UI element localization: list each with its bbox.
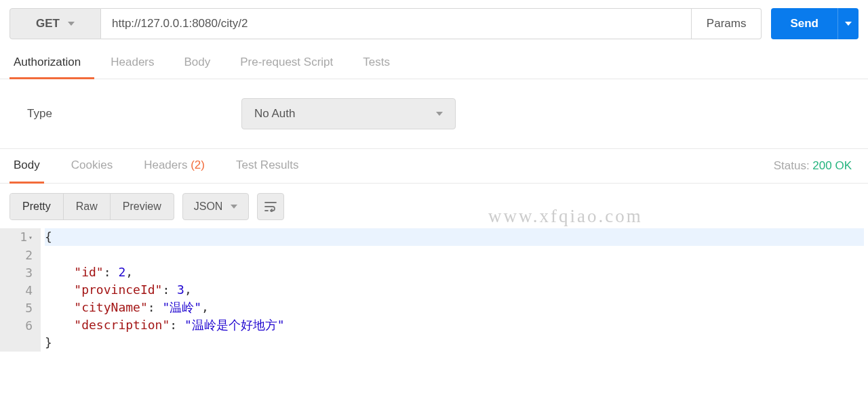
request-tabs: Authorization Headers Body Pre-request S… [0,47,868,79]
chevron-down-icon [68,22,75,26]
line-gutter: 1▾ 2 3 4 5 6 [0,228,41,352]
wrap-lines-button[interactable] [257,193,284,220]
line-number: 3 [8,264,35,282]
tab-test-results[interactable]: Test Results [232,149,303,183]
authorization-panel: Type No Auth [0,79,868,149]
send-dropdown-button[interactable] [837,8,859,39]
status-code: 200 OK [812,159,852,172]
request-bar: GET Params Send [0,0,868,47]
tab-body[interactable]: Body [180,47,224,79]
line-number: 2 [8,247,35,264]
chevron-down-icon [231,205,237,209]
tab-authorization[interactable]: Authorization [9,47,94,79]
url-input[interactable] [101,8,692,39]
auth-type-select[interactable]: No Auth [241,98,456,129]
view-preview-button[interactable]: Preview [111,194,174,219]
params-button[interactable]: Params [692,8,762,39]
wrap-icon [264,201,277,212]
fold-icon[interactable]: ▾ [28,229,33,247]
chevron-down-icon [845,22,852,26]
code-content[interactable]: { "id": 2, "provinceId": 3, "cityName": … [41,228,868,352]
http-method-select[interactable]: GET [9,8,101,39]
chevron-down-icon [436,112,443,116]
tab-pre-request-script[interactable]: Pre-request Script [236,47,347,79]
auth-type-label: Type [27,107,241,121]
tab-response-body[interactable]: Body [9,149,44,183]
response-body-toolbar: Pretty Raw Preview JSON [0,184,868,228]
tab-tests[interactable]: Tests [359,47,403,79]
response-tabs: Body Cookies Headers (2) Test Results St… [0,149,868,184]
tab-cookies[interactable]: Cookies [67,149,117,183]
http-method-label: GET [36,17,60,30]
view-raw-button[interactable]: Raw [64,194,111,219]
tab-response-headers[interactable]: Headers (2) [140,149,209,183]
response-headers-count: (2) [191,159,205,171]
send-group: Send [771,8,859,39]
view-pretty-button[interactable]: Pretty [10,194,64,219]
send-button[interactable]: Send [771,8,837,39]
line-number: 5 [8,299,35,317]
line-number: 6 [8,317,35,335]
status-block: Status: 200 OK [774,159,859,173]
tab-headers[interactable]: Headers [106,47,167,79]
response-body-code: 1▾ 2 3 4 5 6 { "id": 2, "provinceId": 3,… [0,228,868,352]
status-label: Status: [774,159,810,172]
format-select[interactable]: JSON [182,193,250,220]
auth-type-value: No Auth [254,107,296,121]
view-mode-group: Pretty Raw Preview [9,193,174,220]
line-number: 1▾ [8,228,35,247]
format-label: JSON [194,200,223,213]
line-number: 4 [8,282,35,299]
response-headers-label: Headers [144,159,187,171]
